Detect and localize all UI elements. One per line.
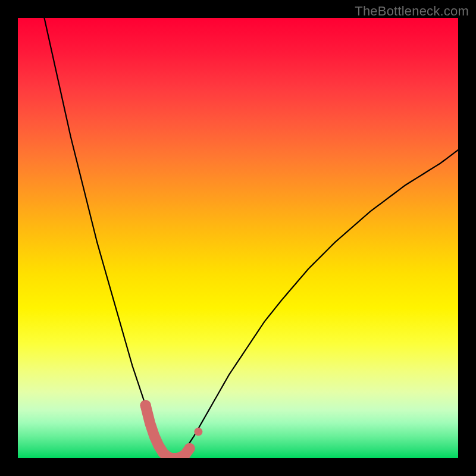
highlighted-run bbox=[146, 405, 190, 458]
highlighted-point bbox=[194, 428, 202, 436]
bottleneck-curve bbox=[44, 18, 458, 458]
chart-frame: TheBottleneck.com bbox=[0, 0, 476, 476]
chart-svg bbox=[18, 18, 458, 458]
attribution-label: TheBottleneck.com bbox=[355, 4, 469, 19]
highlighted-point bbox=[140, 400, 151, 411]
plot-area bbox=[18, 18, 458, 458]
highlighted-point bbox=[184, 443, 195, 454]
